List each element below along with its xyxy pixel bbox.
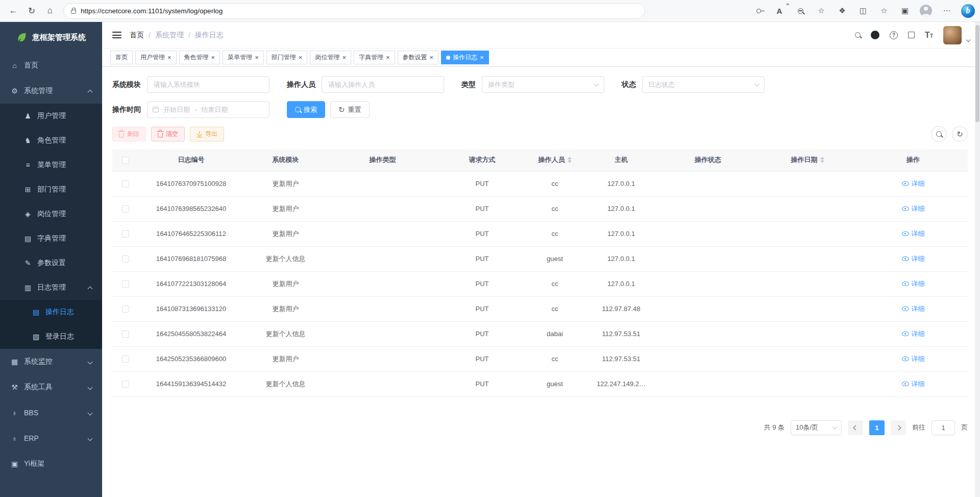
detail-link[interactable]: 详细: [902, 354, 925, 364]
zoom-out-icon[interactable]: [794, 4, 807, 17]
module-input[interactable]: [147, 76, 270, 93]
user-menu-caret-icon[interactable]: [966, 37, 970, 41]
scrollbar-thumb[interactable]: [975, 25, 979, 122]
sidebar-item-bbs[interactable]: ♁ BBS: [0, 400, 102, 425]
fullscreen-icon[interactable]: [908, 32, 915, 38]
detail-link[interactable]: 详细: [902, 304, 925, 314]
header-search-icon[interactable]: [855, 31, 861, 39]
reset-button[interactable]: ↻ 重置: [330, 101, 370, 118]
collections-icon[interactable]: ▣: [898, 4, 912, 17]
sidebar-item-dept[interactable]: ⊞ 部门管理: [0, 177, 102, 202]
sidebar-item-tools[interactable]: ⚒ 系统工具: [0, 374, 102, 400]
breadcrumb-home[interactable]: 首页: [130, 31, 144, 40]
browser-home-icon[interactable]: ⌂: [42, 3, 58, 19]
github-icon[interactable]: [871, 31, 879, 39]
add-favorite-icon[interactable]: ☆: [815, 4, 828, 17]
detail-link[interactable]: 详细: [902, 279, 925, 289]
status-select[interactable]: 日志状态: [642, 76, 765, 93]
close-icon[interactable]: [342, 54, 346, 61]
sidebar-item-monitor[interactable]: ▦ 系统监控: [0, 349, 102, 374]
help-icon[interactable]: ?: [890, 31, 898, 39]
sidebar-item-menu[interactable]: ≡ 菜单管理: [0, 153, 102, 177]
sidebar-item-framework[interactable]: ▣ Yi框架: [0, 451, 102, 477]
password-key-icon[interactable]: [752, 4, 765, 17]
breadcrumb-system[interactable]: 系统管理: [155, 31, 184, 40]
tab-home[interactable]: 首页: [110, 51, 133, 64]
delete-button[interactable]: 删除: [112, 127, 146, 141]
browser-refresh-icon[interactable]: ↻: [23, 3, 40, 19]
col-operator[interactable]: 操作人员: [527, 149, 583, 171]
address-bar[interactable]: https://ccnetcore.com:1101/system/log/op…: [63, 3, 645, 19]
sidebar-item-erp[interactable]: ♁ ERP: [0, 425, 102, 451]
row-checkbox[interactable]: [122, 330, 129, 338]
browser-more-icon[interactable]: ⋯: [940, 4, 953, 17]
refresh-table-button[interactable]: ↻: [952, 126, 968, 142]
sidebar-item-user[interactable]: ♟ 用户管理: [0, 104, 102, 128]
sidebar-item-home[interactable]: ⌂ 首页: [0, 53, 102, 78]
close-icon[interactable]: [211, 54, 215, 61]
row-checkbox[interactable]: [122, 180, 129, 187]
bing-icon[interactable]: b: [961, 4, 975, 18]
page-size-select[interactable]: 10条/页: [791, 420, 842, 435]
date-range-picker[interactable]: 开始日期 - 结束日期: [147, 101, 270, 118]
favorites-bar-icon[interactable]: ☆: [877, 4, 891, 17]
close-icon[interactable]: [430, 54, 434, 61]
prev-page-button[interactable]: [848, 420, 863, 435]
detail-link[interactable]: 详细: [902, 329, 925, 339]
sidebar-item-log[interactable]: ▥ 日志管理: [0, 275, 102, 300]
operator-input[interactable]: [322, 76, 444, 93]
back-icon[interactable]: ←: [5, 3, 21, 19]
row-checkbox[interactable]: [122, 205, 129, 212]
font-size-icon[interactable]: TT: [925, 31, 933, 40]
tab-role[interactable]: 角色管理: [179, 51, 220, 64]
tab-menu[interactable]: 菜单管理: [223, 51, 264, 64]
read-aloud-icon[interactable]: A: [773, 4, 786, 17]
close-icon[interactable]: [255, 54, 259, 61]
detail-link[interactable]: 详细: [902, 179, 925, 188]
user-avatar[interactable]: [943, 26, 962, 44]
detail-link[interactable]: 详细: [902, 380, 925, 389]
sidebar-item-role[interactable]: ♞ 角色管理: [0, 128, 102, 153]
export-button[interactable]: 导出: [190, 127, 224, 141]
row-checkbox[interactable]: [122, 230, 129, 238]
row-checkbox[interactable]: [122, 305, 129, 313]
col-date[interactable]: 操作日期: [756, 149, 859, 171]
sidebar-item-param[interactable]: ✎ 参数设置: [0, 251, 102, 275]
row-checkbox[interactable]: [122, 255, 129, 263]
sort-carets-icon[interactable]: [820, 157, 824, 163]
row-checkbox[interactable]: [122, 356, 129, 363]
detail-link[interactable]: 详细: [902, 204, 925, 214]
close-icon[interactable]: [299, 54, 303, 61]
page-1-button[interactable]: 1: [869, 420, 885, 435]
next-page-button[interactable]: [891, 420, 906, 435]
detail-link[interactable]: 详细: [902, 254, 925, 264]
sort-carets-icon[interactable]: [568, 157, 572, 163]
type-select[interactable]: 操作类型: [482, 76, 604, 93]
tab-dict[interactable]: 字典管理: [354, 51, 395, 64]
row-checkbox[interactable]: [122, 381, 129, 388]
toggle-search-button[interactable]: [931, 126, 947, 142]
close-icon[interactable]: [480, 54, 484, 61]
select-all-checkbox[interactable]: [122, 157, 129, 164]
close-icon[interactable]: [386, 54, 390, 61]
search-button[interactable]: 搜索: [287, 101, 325, 118]
sidebar-item-system[interactable]: ⚙ 系统管理: [0, 78, 102, 104]
browser-profile-icon[interactable]: [919, 4, 933, 17]
sidebar-item-loginlog[interactable]: ▧ 登录日志: [0, 324, 102, 349]
tab-param[interactable]: 参数设置: [398, 51, 439, 64]
clear-button[interactable]: 清空: [151, 127, 185, 141]
split-screen-icon[interactable]: ◫: [856, 4, 870, 17]
goto-page-input[interactable]: [932, 420, 955, 435]
sidebar-item-post[interactable]: ◈ 岗位管理: [0, 202, 102, 226]
close-icon[interactable]: [167, 54, 172, 61]
browser-scrollbar[interactable]: [975, 22, 980, 497]
tab-post[interactable]: 岗位管理: [310, 51, 351, 64]
sidebar-item-operlog[interactable]: ▤ 操作日志: [0, 300, 102, 324]
tab-user[interactable]: 用户管理: [135, 51, 177, 64]
extensions-icon[interactable]: ❖: [836, 4, 849, 17]
tab-operlog[interactable]: 操作日志: [441, 51, 489, 64]
sidebar-item-dict[interactable]: ▤ 字典管理: [0, 226, 102, 251]
tab-dept[interactable]: 部门管理: [266, 51, 308, 64]
detail-link[interactable]: 详细: [902, 229, 925, 239]
row-checkbox[interactable]: [122, 280, 129, 288]
